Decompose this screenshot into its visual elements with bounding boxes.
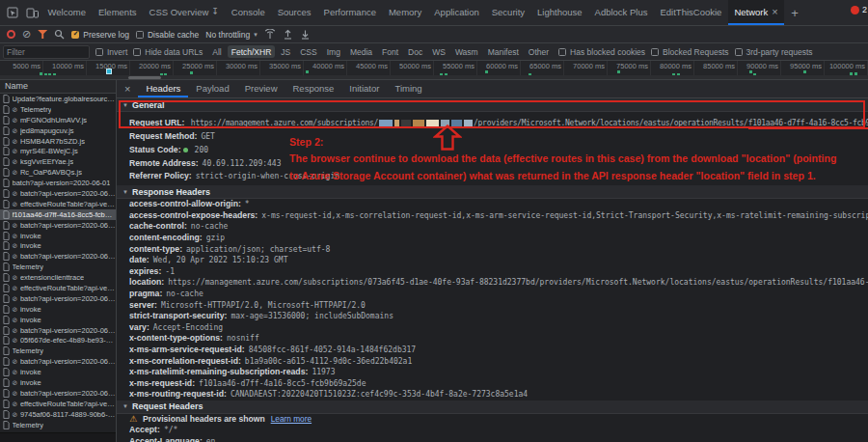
panel-tab[interactable]: Memory — [382, 0, 427, 25]
request-row[interactable]: f101aa46-d7ff-4a16-8cc5-fcb9b69a25de — [0, 209, 116, 220]
panel-tab[interactable]: Welcome — [41, 0, 92, 25]
panel-tab[interactable]: Security — [485, 0, 530, 25]
request-type-pill[interactable]: WS — [428, 45, 449, 58]
request-row[interactable]: ⊘ invoke — [0, 377, 116, 388]
request-row[interactable]: ⊘ effectiveRouteTable?api-version=2021-0… — [0, 283, 116, 293]
request-marker[interactable] — [106, 69, 112, 74]
request-row[interactable]: Update?feature.globalresourcefilter=true — [0, 94, 116, 104]
clear-icon[interactable]: ⊘ — [22, 29, 31, 40]
request-row[interactable]: ⊘ invoke — [0, 240, 116, 251]
request-row[interactable]: ⊘ jed8mapugcuv.js — [0, 125, 116, 136]
invert-checkbox-group[interactable]: Invert — [95, 47, 127, 57]
panel-tab[interactable]: Performance — [317, 0, 382, 25]
panel-tab[interactable]: Adblock Plus — [588, 0, 654, 25]
request-row[interactable]: ⊘ extensionclienttrace — [0, 272, 116, 283]
request-row[interactable]: ⊘ 9745af06-8117-4889-90b6-0bae09d — [0, 409, 116, 420]
close-tab-icon[interactable]: × — [772, 6, 777, 17]
throttling-select[interactable]: No throttling ▾ — [205, 30, 257, 40]
timeline-overview[interactable]: 5000 ms10000 ms15000 ms20000 ms25000 ms3… — [0, 61, 868, 80]
request-row[interactable]: ⊘ ksgVvrEEfYae.js — [0, 156, 116, 167]
panel-tab[interactable]: Lighthouse — [531, 0, 588, 25]
request-marker[interactable] — [803, 70, 806, 73]
request-row[interactable]: ⊘ batch?api-version=2020-06-01 — [0, 293, 116, 304]
third-party-group[interactable]: 3rd-party requests — [735, 47, 813, 57]
detail-tab[interactable]: Preview — [237, 80, 285, 97]
request-row[interactable]: ⊘ batch?api-version=2020-06-01 — [0, 325, 116, 336]
has-blocked-cookies-group[interactable]: Has blocked cookies — [558, 47, 645, 57]
request-row[interactable]: Telemetry — [0, 345, 116, 356]
preserve-log-checkbox[interactable] — [71, 31, 79, 39]
blocked-requests-checkbox[interactable] — [651, 48, 659, 56]
hide-data-urls-checkbox[interactable] — [133, 48, 141, 56]
request-type-pill[interactable]: Fetch/XHR — [228, 45, 276, 58]
preserve-log-label[interactable]: Preserve log — [83, 30, 129, 40]
filter-input[interactable] — [3, 45, 90, 59]
detail-tab[interactable]: Initiator — [341, 80, 387, 97]
request-type-pill[interactable]: All — [208, 45, 225, 58]
timeline-scrollbar[interactable] — [0, 75, 868, 79]
blocked-requests-group[interactable]: Blocked Requests — [651, 47, 729, 57]
general-section-header[interactable]: ▼ General — [117, 98, 868, 112]
export-har-icon[interactable] — [300, 29, 311, 40]
request-row[interactable]: ⊘ batch?api-version=2020-06-01 — [0, 356, 116, 367]
detail-tab[interactable]: Timing — [387, 80, 429, 97]
inspect-element-icon[interactable] — [5, 5, 20, 20]
request-row[interactable]: ⊘ batch?api-version=2020-06-01 — [0, 220, 116, 231]
name-column-header[interactable]: Name — [0, 80, 116, 94]
request-list-scrollbar[interactable] — [0, 432, 116, 442]
request-row[interactable]: ⊘ batch?api-version=2020-06-01 — [0, 188, 116, 199]
request-type-pill[interactable]: Manifest — [484, 45, 523, 58]
request-type-pill[interactable]: Wasm — [451, 45, 482, 58]
request-row[interactable]: ⊘ invoke — [0, 367, 116, 377]
scrollbar-thumb[interactable] — [128, 76, 161, 79]
panel-tab[interactable]: Application — [428, 0, 485, 25]
panel-tab[interactable]: Console — [225, 0, 271, 25]
request-type-pill[interactable]: Media — [346, 45, 376, 58]
request-row[interactable]: ⊘ mFGNOdhUmAVV.js — [0, 115, 116, 125]
invert-checkbox[interactable] — [95, 48, 103, 56]
request-type-pill[interactable]: JS — [277, 45, 294, 58]
response-headers-section-header[interactable]: ▼ Response Headers — [117, 185, 868, 199]
third-party-checkbox[interactable] — [735, 48, 743, 56]
request-type-pill[interactable]: Img — [323, 45, 344, 58]
detail-tab[interactable]: Payload — [188, 80, 236, 97]
request-row[interactable]: ⊘ Rc_OaP6AVBQs.js — [0, 167, 116, 178]
request-row[interactable]: ⊘ HSMB4AR7bSZD.js — [0, 136, 116, 147]
more-tabs-button[interactable]: + — [784, 0, 805, 25]
record-button[interactable] — [7, 30, 15, 39]
detail-tab[interactable]: Response — [285, 80, 342, 97]
request-type-pill[interactable]: CSS — [296, 45, 320, 58]
device-toolbar-icon[interactable] — [24, 5, 40, 20]
request-marker[interactable] — [749, 70, 752, 73]
search-icon[interactable] — [54, 29, 65, 40]
request-row[interactable]: ⊘ effectiveRouteTable?api-version=2021-0… — [0, 199, 116, 209]
request-headers-section-header[interactable]: ▼ Request Headers — [117, 401, 868, 414]
request-row[interactable]: ⊘ Telemetry — [0, 104, 116, 115]
request-row[interactable]: ⊘ batch?api-version=2020-06-01 — [0, 251, 116, 262]
panel-tab[interactable]: EditThisCookie — [654, 0, 728, 25]
has-blocked-cookies-checkbox[interactable] — [558, 48, 566, 56]
network-conditions-icon[interactable] — [264, 29, 276, 40]
request-marker[interactable] — [485, 70, 488, 73]
panel-tab[interactable]: Elements — [92, 0, 143, 25]
request-row[interactable]: batch?api-version=2020-06-01 — [0, 178, 116, 188]
request-marker[interactable] — [617, 70, 620, 73]
filter-icon[interactable] — [38, 30, 47, 39]
panel-tab[interactable]: Sources — [271, 0, 317, 25]
request-row[interactable]: ⊘ myrS4E-BWejC.js — [0, 146, 116, 156]
request-marker[interactable] — [190, 71, 193, 74]
request-row[interactable]: ⊘ invoke — [0, 304, 116, 315]
request-row[interactable]: ⊘ invoke — [0, 231, 116, 241]
request-row[interactable]: Telemetry — [0, 420, 116, 430]
request-row[interactable]: ⊘ batch?api-version=2020-06-01 — [0, 388, 116, 399]
learn-more-link[interactable]: Learn more — [271, 414, 312, 426]
disable-cache-checkbox[interactable] — [136, 31, 144, 39]
hide-data-urls-group[interactable]: Hide data URLs — [133, 47, 203, 57]
close-detail-icon[interactable]: × — [117, 80, 138, 97]
request-row[interactable]: Telemetry — [0, 262, 116, 272]
request-marker[interactable] — [306, 70, 309, 73]
error-count-badge[interactable]: 2 — [851, 5, 868, 14]
request-type-pill[interactable]: Other — [525, 45, 553, 58]
request-row[interactable]: ⊘ effectiveRouteTable?api-version=2021-0… — [0, 399, 116, 409]
import-har-icon[interactable] — [283, 29, 293, 40]
